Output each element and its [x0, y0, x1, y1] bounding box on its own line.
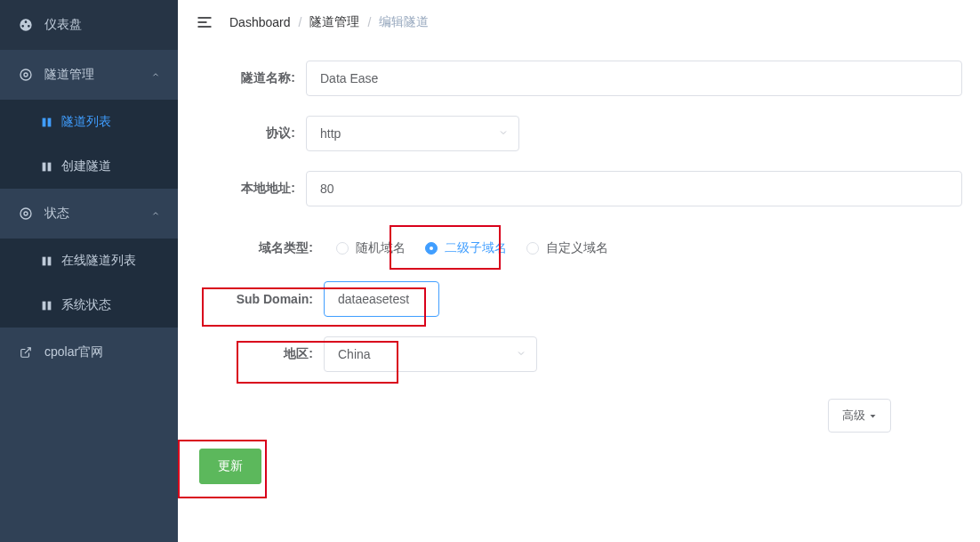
local-input[interactable]	[306, 171, 962, 206]
svg-marker-16	[871, 415, 876, 417]
chevron-up-icon	[151, 68, 160, 82]
sidebar-item-cpolar-site[interactable]: cpolar官网	[0, 328, 178, 377]
sidebar-label: 隧道管理	[44, 67, 94, 83]
subdomain-label: Sub Domain:	[199, 292, 324, 306]
advanced-label: 高级	[842, 408, 865, 424]
breadcrumb-tunnel-mgmt[interactable]: 隧道管理	[309, 14, 359, 30]
svg-rect-3	[47, 117, 51, 126]
sidebar-item-create-tunnel[interactable]: 创建隧道	[0, 144, 178, 189]
sidebar-item-dashboard[interactable]: 仪表盘	[0, 0, 178, 50]
advanced-button[interactable]: 高级	[828, 399, 891, 433]
dashboard-icon	[18, 17, 34, 33]
sidebar-label: 在线隧道列表	[61, 253, 136, 269]
sidebar-item-status[interactable]: 状态	[0, 189, 178, 239]
external-link-icon	[18, 344, 34, 360]
breadcrumb-sep: /	[299, 15, 302, 29]
region-value: China	[338, 347, 371, 361]
svg-rect-4	[42, 162, 45, 171]
status-icon	[18, 206, 34, 222]
caret-down-icon	[869, 409, 877, 423]
radio-label: 自定义域名	[546, 240, 608, 256]
sidebar-item-system-status[interactable]: 系统状态	[0, 283, 178, 328]
svg-rect-5	[47, 162, 51, 171]
radio-label: 随机域名	[356, 240, 406, 256]
sidebar-label: 系统状态	[61, 297, 111, 313]
domain-type-label: 域名类型:	[199, 240, 324, 256]
radio-label: 二级子域名	[445, 240, 507, 256]
radio-icon	[336, 242, 349, 255]
proto-label: 协议:	[199, 125, 306, 142]
svg-rect-8	[42, 256, 45, 265]
online-icon	[40, 255, 52, 267]
topbar: Dashboard / 隧道管理 / 编辑隧道	[178, 0, 980, 44]
sidebar-label: 隧道列表	[61, 114, 111, 130]
sidebar-item-online-tunnels[interactable]: 在线隧道列表	[0, 239, 178, 283]
breadcrumb-current: 编辑隧道	[379, 14, 429, 30]
tunnel-icon	[18, 67, 34, 83]
system-icon	[40, 299, 52, 311]
region-select[interactable]: China	[324, 336, 537, 372]
radio-random-domain[interactable]: 随机域名	[336, 240, 406, 256]
breadcrumb: Dashboard / 隧道管理 / 编辑隧道	[229, 14, 429, 30]
svg-line-12	[25, 348, 30, 353]
local-label: 本地地址:	[199, 181, 306, 197]
radio-custom-domain[interactable]: 自定义域名	[526, 240, 608, 256]
proto-value: http	[320, 126, 341, 141]
sidebar-label: 创建隧道	[61, 158, 111, 174]
svg-point-0	[20, 69, 31, 80]
svg-rect-11	[47, 301, 51, 310]
proto-select[interactable]: http	[306, 116, 519, 151]
submit-button[interactable]: 更新	[199, 449, 261, 484]
breadcrumb-sep: /	[367, 15, 371, 29]
svg-point-7	[24, 212, 28, 215]
svg-point-1	[24, 73, 28, 77]
hamburger-toggle[interactable]	[196, 13, 213, 31]
sidebar-item-tunnel-mgmt[interactable]: 隧道管理	[0, 50, 178, 100]
domain-type-group: 随机域名 二级子域名 自定义域名	[324, 240, 608, 256]
breadcrumb-dashboard[interactable]: Dashboard	[229, 15, 291, 29]
name-label: 隧道名称:	[199, 70, 306, 86]
sidebar-label: 状态	[44, 206, 69, 222]
create-icon	[40, 160, 52, 173]
sidebar-label: 仪表盘	[44, 17, 82, 33]
sidebar-item-tunnel-list[interactable]: 隧道列表	[0, 100, 178, 144]
subdomain-input[interactable]	[324, 281, 439, 317]
submit-label: 更新	[218, 458, 243, 473]
svg-rect-10	[42, 301, 45, 310]
svg-rect-2	[42, 117, 45, 126]
svg-point-6	[20, 208, 31, 219]
list-icon	[40, 116, 52, 128]
radio-icon	[425, 242, 438, 255]
radio-subdomain[interactable]: 二级子域名	[425, 240, 507, 256]
chevron-up-icon	[151, 206, 160, 221]
sidebar: 仪表盘 隧道管理 隧道列表 创建隧道 状态 在线隧道	[0, 0, 178, 542]
name-input[interactable]	[306, 61, 962, 96]
form-content: 隧道名称: 协议: http 本地地址: 域名类型:	[178, 44, 980, 542]
radio-icon	[526, 242, 539, 255]
main: Dashboard / 隧道管理 / 编辑隧道 隧道名称: 协议: http 本	[178, 0, 980, 542]
region-label: 地区:	[199, 346, 324, 362]
sidebar-label: cpolar官网	[44, 344, 103, 360]
svg-rect-9	[47, 256, 51, 265]
